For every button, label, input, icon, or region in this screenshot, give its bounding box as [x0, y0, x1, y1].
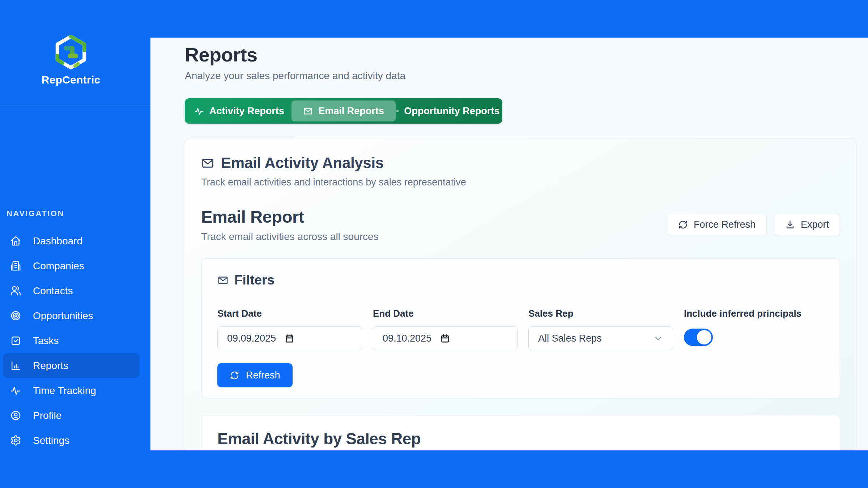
download-icon	[785, 220, 795, 230]
card-subtitle: Track email activities and interactions …	[201, 177, 840, 188]
sidebar-item-profile[interactable]: Profile	[3, 403, 140, 428]
refresh-button[interactable]: Refresh	[217, 363, 293, 387]
sidebar-item-label: Reports	[33, 360, 68, 372]
dot-icon	[396, 110, 399, 112]
sidebar-item-label: Contacts	[33, 285, 73, 297]
email-activity-analysis-card: Email Activity Analysis Track email acti…	[185, 138, 856, 450]
sidebar-item-label: Profile	[33, 410, 61, 421]
sidebar: RepCentric NAVIGATION Dashboard Companie…	[0, 0, 150, 488]
sidebar-item-settings[interactable]: Settings	[3, 428, 140, 453]
sales-rep-field-group: Sales Rep All Sales Reps	[528, 308, 673, 350]
sidebar-item-time-tracking[interactable]: Time Tracking	[3, 378, 140, 403]
sidebar-item-label: Tasks	[33, 335, 59, 347]
end-date-input[interactable]: 09.10.2025	[373, 326, 518, 350]
refresh-icon	[678, 220, 688, 230]
activity-icon	[10, 385, 21, 396]
include-inferred-toggle[interactable]	[684, 329, 713, 346]
tab-opportunity-reports[interactable]: Opportunity Reports	[396, 100, 500, 121]
gear-icon	[10, 435, 21, 446]
sidebar-nav: Dashboard Companies Contacts Opportuniti…	[0, 228, 150, 453]
activity-icon	[194, 106, 204, 116]
email-report-subtitle: Track email activities across all source…	[201, 231, 379, 243]
export-label: Export	[801, 219, 829, 230]
calendar-icon	[440, 334, 450, 343]
email-activity-by-rep-card: Email Activity by Sales Rep Summary of e…	[201, 415, 840, 450]
mail-icon	[303, 106, 313, 116]
mail-icon	[201, 157, 214, 170]
sidebar-item-opportunities[interactable]: Opportunities	[3, 303, 140, 328]
card-title: Email Activity Analysis	[221, 154, 384, 172]
sidebar-divider	[0, 106, 150, 106]
tab-activity-reports[interactable]: Activity Reports	[187, 100, 292, 121]
sidebar-item-label: Time Tracking	[33, 385, 96, 397]
sidebar-item-dashboard[interactable]: Dashboard	[3, 228, 140, 253]
page-title: Reports	[185, 43, 856, 66]
filters-card: Filters Start Date 09.09.2025 End Date	[201, 258, 840, 398]
nav-section-label: NAVIGATION	[7, 209, 150, 218]
home-icon	[10, 235, 21, 247]
start-date-label: Start Date	[217, 308, 362, 319]
sidebar-item-contacts[interactable]: Contacts	[3, 278, 140, 303]
user-circle-icon	[10, 410, 21, 421]
refresh-label: Refresh	[246, 370, 280, 381]
target-icon	[10, 310, 21, 321]
users-icon	[10, 285, 21, 296]
bar-chart-icon	[10, 360, 21, 371]
email-activity-by-rep-title: Email Activity by Sales Rep	[217, 430, 824, 448]
start-date-value: 09.09.2025	[227, 333, 276, 344]
hexagon-logo-icon	[55, 35, 86, 71]
check-square-icon	[10, 335, 21, 346]
page-subtitle: Analyze your sales performance and activ…	[185, 70, 856, 82]
toggle-knob	[697, 330, 711, 344]
tab-label: Email Reports	[318, 106, 384, 117]
export-button[interactable]: Export	[774, 214, 840, 236]
calendar-icon	[285, 334, 294, 343]
email-report-title: Email Report	[201, 207, 379, 227]
include-inferred-field-group: Include inferred principals	[684, 308, 824, 350]
end-date-field-group: End Date 09.10.2025	[373, 308, 518, 350]
building-icon	[10, 260, 21, 271]
force-refresh-label: Force Refresh	[694, 219, 756, 230]
tab-label: Activity Reports	[209, 106, 284, 117]
force-refresh-button[interactable]: Force Refresh	[667, 214, 767, 236]
refresh-icon	[230, 371, 239, 380]
mail-icon	[217, 275, 229, 286]
report-tabbar: Activity Reports Email Reports Opportuni…	[185, 98, 502, 124]
filters-title: Filters	[234, 273, 275, 288]
chevron-down-icon	[653, 333, 663, 343]
main-panel: Reports Analyze your sales performance a…	[150, 38, 868, 450]
sales-rep-value: All Sales Reps	[538, 333, 602, 344]
sidebar-item-label: Dashboard	[33, 235, 82, 247]
sidebar-item-reports[interactable]: Reports	[3, 353, 140, 378]
include-inferred-label: Include inferred principals	[684, 308, 824, 319]
sidebar-item-label: Settings	[33, 435, 69, 446]
brand-logo[interactable]: RepCentric	[0, 0, 142, 86]
tab-email-reports[interactable]: Email Reports	[292, 100, 396, 121]
start-date-input[interactable]: 09.09.2025	[217, 326, 362, 350]
sales-rep-select[interactable]: All Sales Reps	[528, 326, 673, 350]
sidebar-item-companies[interactable]: Companies	[3, 253, 140, 278]
end-date-value: 09.10.2025	[383, 333, 431, 344]
start-date-field-group: Start Date 09.09.2025	[217, 308, 362, 350]
brand-name: RepCentric	[0, 74, 142, 86]
sidebar-item-label: Companies	[33, 260, 84, 272]
app-screen: RepCentric NAVIGATION Dashboard Companie…	[0, 0, 868, 488]
sales-rep-label: Sales Rep	[528, 308, 673, 319]
tab-label: Opportunity Reports	[404, 106, 499, 117]
end-date-label: End Date	[373, 308, 518, 319]
sidebar-item-tasks[interactable]: Tasks	[3, 328, 140, 353]
sidebar-item-label: Opportunities	[33, 310, 93, 322]
